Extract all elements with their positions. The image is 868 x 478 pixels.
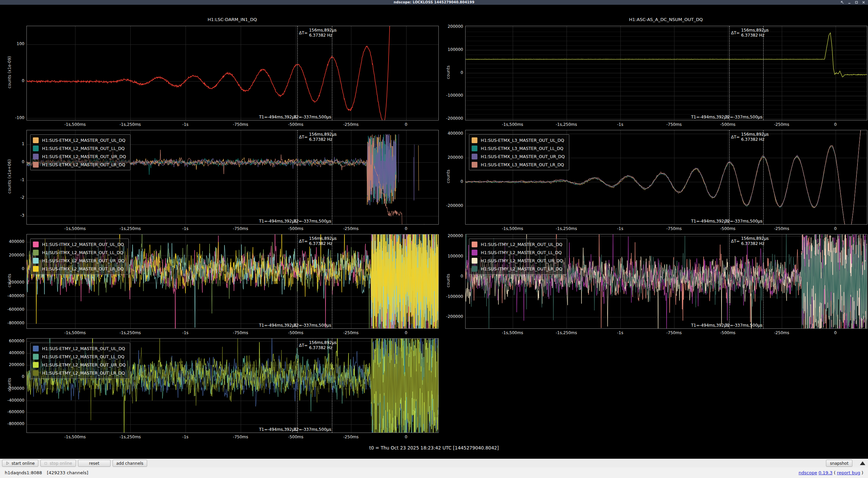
legend-item[interactable]: H1:SUS-ETMX_L3_MASTER_OUT_LR_DQ xyxy=(472,160,565,169)
legend-item[interactable]: H1:SUS-ETMY_L2_MASTER_OUT_LR_DQ xyxy=(33,369,126,377)
nds-server-status: h1daqnds1:8088 [429233 channels] xyxy=(5,470,92,475)
ndscope-link[interactable]: ndscope xyxy=(798,470,817,475)
status-bar: h1daqnds1:8088 [429233 channels] ndscope… xyxy=(0,467,868,478)
legend-item[interactable]: H1:SUS-ETMX_L2_MASTER_OUT_LR_DQ xyxy=(33,160,126,169)
plot-area[interactable]: ΔT=156ms,892µs6.37382 HzT1=-494ms,392µsT… xyxy=(465,130,867,225)
x-tick-label: -500ms xyxy=(720,330,735,335)
t2-cursor[interactable] xyxy=(332,339,332,433)
t1-cursor[interactable] xyxy=(297,26,298,120)
y-tick-label: -100000 xyxy=(442,93,463,98)
legend-item[interactable]: H1:SUS-ETMX_L3_MASTER_OUT_UR_DQ xyxy=(472,152,565,160)
legend-item[interactable]: H1:SUS-ETMY_L2_MASTER_OUT_UL_DQ xyxy=(33,344,126,352)
y-tick-label: -100 xyxy=(3,115,24,120)
legend-swatch xyxy=(33,137,39,143)
legend-item[interactable]: H1:SUS-ITMX_L2_MASTER_OUT_LR_DQ xyxy=(33,265,124,273)
t2-cursor[interactable] xyxy=(332,130,332,224)
x-tick-label: -500ms xyxy=(720,122,735,127)
x-tick-label: -1s,500ms xyxy=(502,122,523,127)
legend-channel-label: H1:SUS-ITMX_L2_MASTER_OUT_LL_DQ xyxy=(42,250,123,255)
add-channels-button[interactable]: add channels xyxy=(113,460,147,467)
delta-t-annotation: ΔT=156ms,892µs6.37382 Hz xyxy=(299,340,337,350)
y-tick-label: -2 xyxy=(3,195,24,200)
legend-item[interactable]: H1:SUS-ETMX_L3_MASTER_OUT_LL_DQ xyxy=(472,144,565,152)
y-tick-label: 0 xyxy=(442,274,463,279)
x-tick-label: -1s xyxy=(182,330,189,335)
legend-item[interactable]: H1:SUS-ETMX_L2_MASTER_OUT_LL_DQ xyxy=(33,144,126,152)
legend-swatch xyxy=(33,354,39,360)
legend: H1:SUS-ITMY_L2_MASTER_OUT_UL_DQH1:SUS-IT… xyxy=(469,238,567,274)
x-tick-label: -250ms xyxy=(774,226,789,231)
x-tick-label: -750ms xyxy=(233,435,248,439)
t1-cursor[interactable] xyxy=(729,234,730,328)
close-icon[interactable] xyxy=(862,1,865,4)
y-tick-label: -400000 xyxy=(3,293,24,298)
t2-cursor-label: T2=-337ms,500µs xyxy=(294,427,331,432)
t1-cursor[interactable] xyxy=(297,339,298,433)
legend-channel-label: H1:SUS-ETMY_L2_MASTER_OUT_UR_DQ xyxy=(42,362,126,367)
plot-area[interactable]: ΔT=156ms,892µs6.37382 HzT1=-494ms,392µsT… xyxy=(26,234,439,329)
trace-H1:LSC-DARM_IN1_DQ xyxy=(27,26,438,120)
legend-item[interactable]: H1:SUS-ETMY_L2_MASTER_OUT_LL_DQ xyxy=(33,352,126,361)
t1-cursor-label: T1=-494ms,392µs xyxy=(691,219,729,224)
delta-t-time: 156ms,892µs xyxy=(309,236,336,241)
x-tick-label: -250ms xyxy=(343,122,358,127)
legend-item[interactable]: H1:SUS-ITMY_L2_MASTER_OUT_LL_DQ xyxy=(472,248,563,256)
plot-area[interactable]: ΔT=156ms,892µs6.37382 HzT1=-494ms,392µsT… xyxy=(26,338,439,433)
x-tick-label: -1s,250ms xyxy=(556,122,577,127)
x-tick-label: -1s xyxy=(182,122,189,127)
t2-cursor[interactable] xyxy=(332,26,332,120)
t1-cursor[interactable] xyxy=(729,26,730,120)
plot-area[interactable]: ΔT=156ms,892µs6.37382 HzT1=-494ms,392µsT… xyxy=(465,26,867,120)
y-tick-label: 200000 xyxy=(442,24,463,29)
t2-cursor[interactable] xyxy=(763,234,764,328)
report-bug-link[interactable]: report bug xyxy=(837,470,860,475)
t1-cursor-label: T1=-494ms,392µs xyxy=(259,323,297,328)
x-tick-label: -1s xyxy=(617,226,623,231)
t2-cursor[interactable] xyxy=(763,130,764,224)
legend-swatch xyxy=(472,266,477,272)
y-tick-label: 0 xyxy=(442,70,463,75)
plot-area[interactable]: ΔT=156ms,892µs6.37382 HzT1=-494ms,392µsT… xyxy=(26,26,439,120)
t2-cursor[interactable] xyxy=(763,26,764,120)
legend-channel-label: H1:SUS-ITMX_L2_MASTER_OUT_UR_DQ xyxy=(42,258,124,263)
legend-item[interactable]: H1:SUS-ETMX_L3_MASTER_OUT_UL_DQ xyxy=(472,136,565,144)
t1-cursor[interactable] xyxy=(297,234,298,328)
t2-cursor[interactable] xyxy=(332,234,332,328)
delta-t-frequency: 6.37382 Hz xyxy=(741,33,769,38)
keep-above-icon[interactable] xyxy=(841,1,844,4)
plot-area[interactable]: ΔT=156ms,892µs6.37382 HzT1=-494ms,392µsT… xyxy=(465,234,867,329)
legend-item[interactable]: H1:SUS-ITMY_L2_MASTER_OUT_UL_DQ xyxy=(472,240,563,248)
y-tick-label: -200000 xyxy=(3,280,24,285)
reset-button[interactable]: reset xyxy=(78,460,111,467)
legend-swatch xyxy=(472,250,477,255)
y-tick-label: 200000 xyxy=(442,155,463,160)
legend-item[interactable]: H1:SUS-ITMY_L2_MASTER_OUT_UR_DQ xyxy=(472,256,563,265)
t1-cursor[interactable] xyxy=(297,130,298,224)
x-tick-label: -250ms xyxy=(343,435,358,439)
legend-item[interactable]: H1:SUS-ITMY_L2_MASTER_OUT_LR_DQ xyxy=(472,265,563,273)
legend: H1:SUS-ETMY_L2_MASTER_OUT_UL_DQH1:SUS-ET… xyxy=(30,343,130,379)
plot-area[interactable]: ΔT=156ms,892µs6.37382 HzT1=-494ms,392µsT… xyxy=(26,130,439,225)
minimize-icon[interactable] xyxy=(848,1,851,4)
y-tick-label: 200000 xyxy=(442,233,463,238)
maximize-icon[interactable] xyxy=(855,1,858,4)
legend-item[interactable]: H1:SUS-ETMX_L2_MASTER_OUT_UR_DQ xyxy=(33,152,126,160)
expand-panel-arrow-icon[interactable] xyxy=(860,461,865,465)
snapshot-button[interactable]: snapshot xyxy=(826,460,852,467)
legend-item[interactable]: H1:SUS-ITMX_L2_MASTER_OUT_UL_DQ xyxy=(33,240,124,248)
legend-item[interactable]: H1:SUS-ITMX_L2_MASTER_OUT_UR_DQ xyxy=(33,256,124,265)
legend-channel-label: H1:SUS-ETMY_L2_MASTER_OUT_LR_DQ xyxy=(42,370,125,376)
legend-item[interactable]: H1:SUS-ETMX_L2_MASTER_OUT_UL_DQ xyxy=(33,136,126,144)
start-online-button[interactable]: start online xyxy=(2,460,38,467)
legend-item[interactable]: H1:SUS-ITMX_L2_MASTER_OUT_LL_DQ xyxy=(33,248,124,256)
legend-channel-label: H1:SUS-ITMX_L2_MASTER_OUT_LR_DQ xyxy=(42,266,124,271)
x-tick-label: 0 xyxy=(834,330,837,335)
stop-online-button[interactable]: stop online xyxy=(40,460,76,467)
x-tick-label: -750ms xyxy=(666,122,682,127)
legend-swatch xyxy=(33,242,39,247)
legend-item[interactable]: H1:SUS-ETMY_L2_MASTER_OUT_UR_DQ xyxy=(33,361,126,369)
version-link[interactable]: 0.19.3 xyxy=(818,470,832,475)
t2-cursor-label: T2=-337ms,500µs xyxy=(725,219,763,224)
legend-swatch xyxy=(33,146,39,151)
t1-cursor[interactable] xyxy=(729,130,730,224)
